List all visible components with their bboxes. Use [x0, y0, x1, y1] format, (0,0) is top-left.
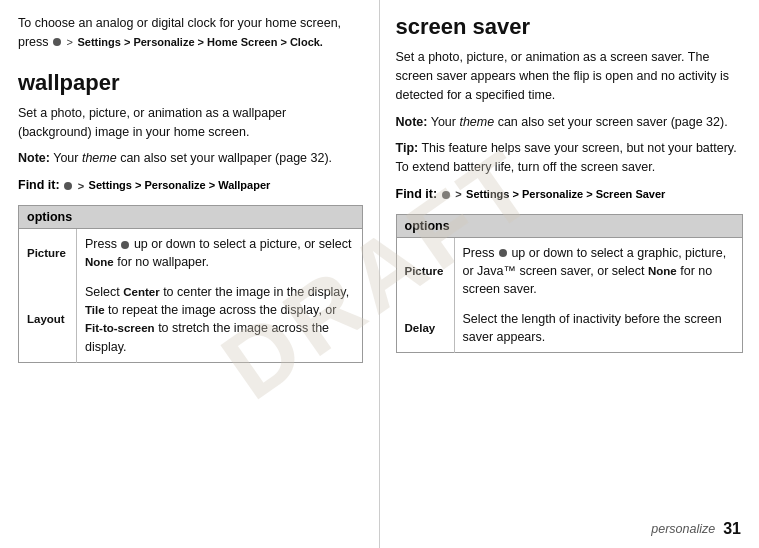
screen-saver-tip: Tip: This feature helps save your screen…	[396, 139, 744, 177]
find-it-label: Find it:	[18, 178, 60, 192]
page-container: DRAFT To choose an analog or digital clo…	[0, 0, 759, 548]
right-arrow-icon: >	[67, 34, 73, 51]
inline-dot-icon	[121, 241, 129, 249]
opt-label-layout: Layout	[19, 277, 77, 362]
wallpaper-find-it-nav: Settings > Personalize > Wallpaper	[89, 179, 271, 191]
none-mono: None	[85, 256, 114, 268]
none-mono-right: None	[648, 265, 677, 277]
screen-saver-find-it: Find it: > Settings > Personalize > Scre…	[396, 185, 744, 204]
options-header-left: options	[19, 205, 363, 228]
footer-page-number: 31	[723, 520, 741, 538]
wallpaper-note-para: Note: Your theme can also set your wallp…	[18, 149, 363, 168]
opt-label-delay: Delay	[396, 304, 454, 353]
intro-nav: Settings > Personalize > Home Screen > C…	[77, 36, 322, 48]
note-label: Note:	[18, 151, 50, 165]
wallpaper-title: wallpaper	[18, 70, 363, 96]
opt-desc-delay: Select the length of inactivity before t…	[454, 304, 743, 353]
opt-label-picture-left: Picture	[19, 228, 77, 277]
tile-mono: Tile	[85, 304, 105, 316]
right-column: screen saver Set a photo, picture, or an…	[380, 0, 760, 548]
options-header-right: options	[396, 214, 743, 237]
nav-dot-icon	[53, 38, 61, 46]
opt-desc-picture-right: Press up or down to select a graphic, pi…	[454, 237, 743, 304]
center-mono: Center	[123, 286, 159, 298]
wallpaper-options-table: options Picture Press up or down to sele…	[18, 205, 363, 363]
wallpaper-note-text: Your theme can also set your wallpaper (…	[53, 151, 332, 165]
right-find-it-dot	[442, 191, 450, 199]
table-row: Picture Press up or down to select a gra…	[396, 237, 743, 304]
intro-paragraph: To choose an analog or digital clock for…	[18, 14, 363, 52]
table-row: Layout Select Center to center the image…	[19, 277, 363, 362]
right-note-text: Your theme can also set your screen save…	[431, 115, 728, 129]
left-column: To choose an analog or digital clock for…	[0, 0, 380, 548]
screen-saver-options-table: options Picture Press up or down to sele…	[396, 214, 744, 354]
opt-desc-layout: Select Center to center the image in the…	[77, 277, 363, 362]
find-it-dot-icon	[64, 182, 72, 190]
wallpaper-body: Set a photo, picture, or animation as a …	[18, 104, 363, 142]
fit-mono: Fit-to-screen	[85, 322, 155, 334]
opt-desc-picture-left: Press up or down to select a picture, or…	[77, 228, 363, 277]
table-row: Delay Select the length of inactivity be…	[396, 304, 743, 353]
right-find-it-arrow: >	[455, 186, 461, 203]
screen-saver-body1: Set a photo, picture, or animation as a …	[396, 48, 744, 104]
inline-dot-icon-right	[499, 249, 507, 257]
opt-label-picture-right: Picture	[396, 237, 454, 304]
page-footer: personalize 31	[651, 520, 741, 538]
tip-label: Tip:	[396, 141, 419, 155]
right-find-it-label: Find it:	[396, 187, 438, 201]
tip-text: This feature helps save your screen, but…	[396, 141, 737, 174]
table-row: Picture Press up or down to select a pic…	[19, 228, 363, 277]
right-note-label: Note:	[396, 115, 428, 129]
find-it-arrow-icon: >	[78, 178, 84, 195]
screen-saver-find-it-nav: Settings > Personalize > Screen Saver	[466, 188, 665, 200]
footer-label: personalize	[651, 522, 715, 536]
screen-saver-note: Note: Your theme can also set your scree…	[396, 113, 744, 132]
wallpaper-find-it: Find it: > Settings > Personalize > Wall…	[18, 176, 363, 195]
screen-saver-title: screen saver	[396, 14, 744, 40]
